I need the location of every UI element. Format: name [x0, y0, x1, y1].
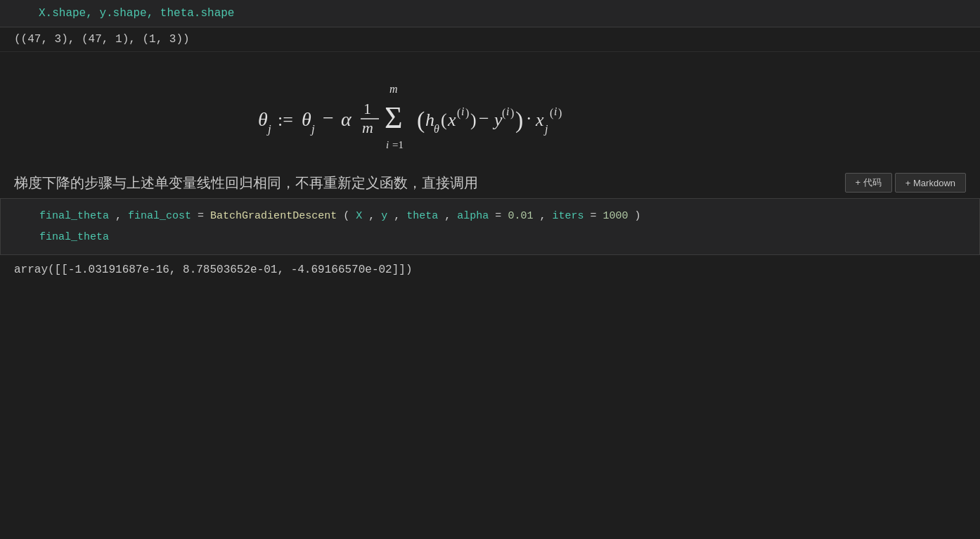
code-comma3: ,	[394, 210, 406, 222]
add-cell-buttons: + 代码 + Markdown	[845, 173, 966, 193]
svg-text:(: (	[417, 107, 425, 134]
math-formula-svg: θ j := θ j − α 1 m Σ m i =1	[244, 73, 736, 157]
svg-text:x: x	[447, 110, 456, 130]
code-paren1: (	[343, 210, 349, 222]
svg-text:θ: θ	[434, 123, 439, 135]
bottom-cell-gutter	[1, 207, 39, 226]
add-code-button[interactable]: + 代码	[845, 173, 892, 193]
math-section: θ j := θ j − α 1 m Σ m i =1	[0, 52, 980, 171]
chinese-and-buttons-row: 梯度下降的步骤与上述单变量线性回归相同，不再重新定义函数，直接调用 + 代码 +…	[0, 171, 980, 194]
code-iters-kw: iters	[552, 210, 584, 222]
code-final-theta-var: final_theta	[39, 210, 109, 222]
code-comma4: ,	[444, 210, 457, 222]
svg-text:(: (	[441, 110, 447, 130]
svg-text:(: (	[502, 107, 505, 119]
chinese-text-line1: 梯度下降的步骤与上述单变量线性回归相同，不再重新定义函数，直接调用	[14, 175, 478, 190]
code-paren2: )	[635, 210, 641, 222]
notebook: X.shape, y.shape, theta.shape ((47, 3), …	[0, 0, 980, 539]
svg-text:(: (	[550, 107, 553, 119]
svg-text:=1: =1	[392, 139, 404, 150]
svg-text:j: j	[266, 122, 271, 136]
code-theta-param: theta	[406, 210, 438, 222]
svg-text:): )	[470, 110, 477, 130]
code-eq2: =	[590, 210, 602, 222]
svg-text:1: 1	[363, 100, 371, 117]
top-output-text: ((47, 3), (47, 1), (1, 3))	[14, 33, 190, 46]
svg-text:(: (	[457, 107, 460, 119]
svg-text:): )	[558, 107, 562, 119]
svg-text:m: m	[389, 83, 398, 95]
code-alpha-kw: alpha	[457, 210, 489, 222]
code-X: X	[356, 210, 362, 222]
svg-text:θ: θ	[302, 108, 311, 130]
svg-text:i: i	[461, 105, 464, 117]
code-text-cyan: X.shape, y.shape, theta.shape	[39, 7, 234, 20]
top-code-cell: X.shape, y.shape, theta.shape	[0, 0, 980, 27]
code-eq1: =	[495, 210, 508, 222]
svg-text:·: ·	[527, 108, 531, 129]
svg-text:): )	[510, 107, 514, 119]
bottom-output-block: array([[-1.03191687e-16, 8.78503652e-01,…	[0, 255, 980, 285]
code-alpha-val: 0.01	[508, 210, 533, 222]
code-comma2: ,	[368, 210, 381, 222]
svg-text::=: :=	[278, 110, 293, 130]
svg-text:x: x	[535, 110, 544, 130]
bottom-code-line1: final_theta , final_cost = BatchGradient…	[39, 207, 641, 226]
svg-text:Σ: Σ	[385, 100, 403, 135]
bottom-output-text: array([[-1.03191687e-16, 8.78503652e-01,…	[14, 264, 413, 276]
code-iters-val: 1000	[602, 210, 628, 222]
svg-text:): )	[515, 107, 523, 134]
svg-text:α: α	[341, 108, 352, 130]
code-y: y	[381, 210, 387, 222]
svg-text:y: y	[492, 110, 503, 130]
svg-text:): )	[465, 107, 469, 119]
code-func-name: BatchGradientDescent	[210, 210, 337, 222]
bottom-code-line2: final_theta	[39, 228, 109, 247]
top-output-block: ((47, 3), (47, 1), (1, 3))	[0, 27, 980, 52]
svg-text:−: −	[323, 107, 334, 129]
cell-gutter-1	[0, 7, 39, 20]
bottom-cell-gutter-2	[1, 228, 39, 247]
chinese-text-block: 梯度下降的步骤与上述单变量线性回归相同，不再重新定义函数，直接调用	[14, 171, 845, 194]
svg-text:−: −	[479, 108, 489, 129]
svg-text:j: j	[310, 122, 315, 136]
bottom-code-cell: final_theta , final_cost = BatchGradient…	[0, 198, 980, 255]
code-comma1: ,	[115, 210, 128, 222]
svg-text:θ: θ	[258, 108, 268, 130]
code-equals: =	[198, 210, 210, 222]
top-code-line1: X.shape, y.shape, theta.shape	[39, 7, 234, 20]
svg-text:i: i	[386, 139, 389, 150]
svg-text:i: i	[506, 105, 509, 117]
svg-text:j: j	[543, 123, 548, 136]
svg-text:i: i	[554, 105, 557, 117]
add-markdown-button[interactable]: + Markdown	[895, 173, 966, 193]
svg-text:m: m	[362, 119, 373, 136]
code-final-cost-var: final_cost	[128, 210, 191, 222]
code-final-theta-line2: final_theta	[39, 231, 109, 243]
code-comma5: ,	[539, 210, 552, 222]
